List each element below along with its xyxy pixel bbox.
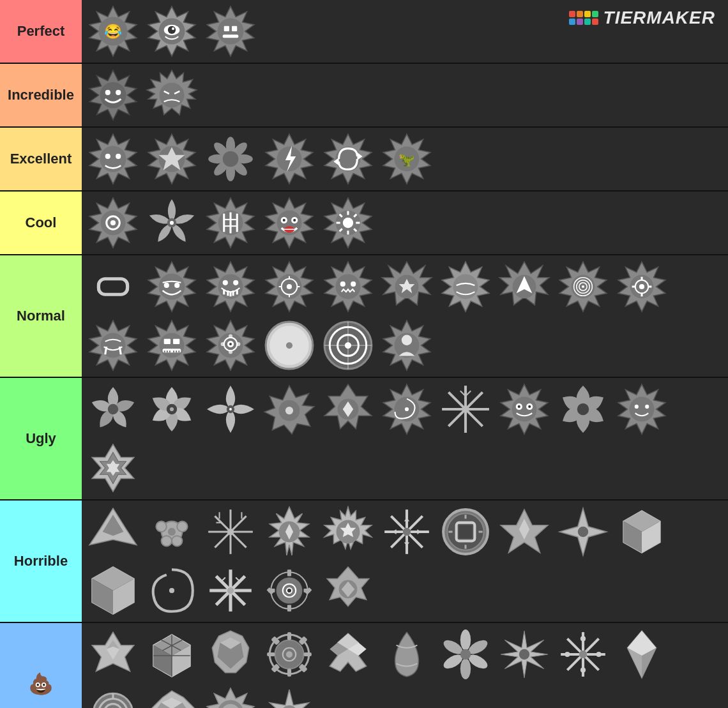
icon-cell[interactable]: [143, 503, 201, 561]
icon-cell[interactable]: [84, 562, 142, 619]
svg-rect-290: [287, 632, 291, 640]
icon-cell[interactable]: [143, 380, 201, 438]
icon-cell[interactable]: [261, 194, 318, 252]
icon-cell[interactable]: [84, 130, 142, 188]
icon-cell[interactable]: [84, 626, 142, 683]
icon-cell[interactable]: [143, 66, 201, 124]
icon-cell[interactable]: [84, 439, 142, 497]
icon-cell[interactable]: [319, 562, 377, 619]
icon-cell[interactable]: [378, 380, 436, 438]
icon-cell[interactable]: [554, 258, 612, 315]
game-icon: [87, 628, 139, 681]
icon-cell[interactable]: [202, 562, 259, 619]
icon-cell[interactable]: [202, 317, 259, 374]
tier-content-ugly: [82, 378, 728, 499]
icon-cell[interactable]: [496, 503, 553, 561]
icon-cell[interactable]: [319, 317, 377, 374]
icon-cell[interactable]: [261, 130, 318, 188]
icon-cell[interactable]: [143, 194, 201, 252]
icon-cell[interactable]: [613, 503, 671, 561]
tier-content-excellent: 🦖: [82, 128, 728, 190]
icon-cell[interactable]: [496, 380, 553, 438]
icon-cell[interactable]: [319, 503, 377, 561]
icon-cell[interactable]: [437, 380, 494, 438]
icon-cell[interactable]: [261, 503, 318, 561]
icon-cell[interactable]: [143, 258, 201, 315]
icon-cell[interactable]: [143, 562, 201, 619]
icon-cell[interactable]: [437, 503, 494, 561]
game-icon: [263, 383, 315, 435]
icon-cell[interactable]: [378, 503, 436, 561]
icon-cell[interactable]: [319, 626, 377, 683]
icon-cell[interactable]: [261, 626, 318, 683]
icon-cell[interactable]: [496, 626, 553, 683]
logo-dot: [584, 19, 591, 25]
game-icon: [204, 260, 257, 313]
icon-cell[interactable]: [202, 503, 259, 561]
game-icon: [322, 506, 374, 558]
icon-cell[interactable]: [378, 258, 436, 315]
game-icon: [322, 628, 374, 681]
icon-cell[interactable]: [84, 684, 142, 708]
icon-cell[interactable]: [143, 130, 201, 188]
icon-cell[interactable]: [143, 3, 201, 60]
icon-cell[interactable]: [202, 684, 259, 708]
svg-rect-12: [223, 34, 239, 38]
icon-cell[interactable]: [261, 258, 318, 315]
icon-cell[interactable]: [554, 380, 612, 438]
game-icon: [381, 260, 433, 313]
icon-cell[interactable]: [84, 503, 142, 561]
icon-cell[interactable]: 🦖: [378, 130, 436, 188]
icon-cell[interactable]: [261, 380, 318, 438]
icon-cell[interactable]: [143, 626, 201, 683]
icon-cell[interactable]: [202, 380, 259, 438]
icon-cell[interactable]: [261, 684, 318, 708]
icon-cell[interactable]: [202, 258, 259, 315]
icon-cell[interactable]: [84, 317, 142, 374]
icon-cell[interactable]: [202, 3, 259, 60]
icon-cell[interactable]: [202, 194, 259, 252]
icon-cell[interactable]: [554, 503, 612, 561]
game-icon: [87, 260, 139, 313]
svg-marker-229: [417, 529, 421, 534]
tier-label-excellent: Excellent: [0, 128, 82, 190]
icon-cell[interactable]: [261, 317, 318, 374]
icon-cell[interactable]: [613, 626, 671, 683]
game-icon: [557, 628, 609, 681]
icon-cell[interactable]: 😂: [84, 3, 142, 60]
icon-cell[interactable]: [319, 380, 377, 438]
icon-cell[interactable]: [378, 626, 436, 683]
icon-cell[interactable]: [613, 380, 671, 438]
svg-point-318: [580, 668, 586, 673]
icon-cell[interactable]: [319, 194, 377, 252]
icon-cell[interactable]: [84, 194, 142, 252]
icon-cell[interactable]: [143, 317, 201, 374]
tier-label-ugly: Ugly: [0, 378, 82, 499]
icon-cell[interactable]: [437, 258, 494, 315]
tier-content-horrible: [82, 501, 728, 622]
icon-cell[interactable]: [496, 258, 553, 315]
svg-rect-292: [267, 652, 275, 656]
icon-cell[interactable]: [143, 684, 201, 708]
icon-cell[interactable]: [319, 130, 377, 188]
icon-cell[interactable]: [261, 562, 318, 619]
game-icon: [381, 319, 433, 372]
icon-cell[interactable]: [84, 258, 142, 315]
game-icon: [87, 383, 139, 435]
game-icon: [557, 506, 609, 558]
icon-cell[interactable]: [437, 626, 494, 683]
icon-cell[interactable]: [84, 380, 142, 438]
icon-cell[interactable]: [554, 626, 612, 683]
icon-cell[interactable]: [84, 66, 142, 124]
icon-cell[interactable]: [613, 258, 671, 315]
icon-cell[interactable]: [378, 317, 436, 374]
svg-point-69: [343, 218, 353, 228]
game-icon: [146, 383, 198, 435]
icon-cell[interactable]: [202, 626, 259, 683]
svg-point-164: [402, 335, 412, 345]
svg-point-187: [512, 397, 537, 422]
icon-cell[interactable]: [202, 130, 259, 188]
game-icon: [322, 564, 374, 617]
icon-cell[interactable]: [319, 258, 377, 315]
logo-grid: [569, 11, 598, 25]
